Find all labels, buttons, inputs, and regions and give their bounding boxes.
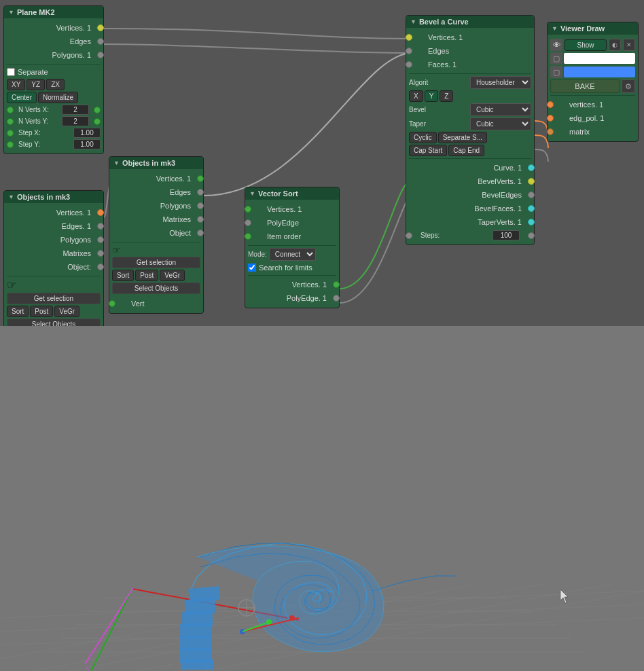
vd-vertices-socket[interactable] bbox=[547, 101, 554, 108]
search-limits-label: Search for limits bbox=[259, 264, 312, 272]
step-y-val[interactable]: 1.00 bbox=[73, 139, 101, 149]
vd-vertices-row: vertices. 1 bbox=[550, 98, 635, 111]
algorithm-row: Algorit Householder bbox=[409, 76, 531, 89]
mode-dropdown[interactable]: Connect Distance bbox=[269, 248, 316, 261]
bc-vertices-socket[interactable] bbox=[406, 34, 412, 41]
nverts-x-socket-r[interactable] bbox=[94, 107, 101, 113]
select-objects-btn-small[interactable]: Select Objects bbox=[7, 319, 101, 326]
blue-color-bar[interactable] bbox=[564, 67, 635, 77]
vertices-socket[interactable] bbox=[97, 24, 104, 31]
s-vertices-socket[interactable] bbox=[97, 209, 104, 216]
bevel-curve-header: ▼ Bevel a Curve bbox=[406, 16, 534, 28]
vertices-socket-row: Vertices. 1 bbox=[7, 21, 101, 35]
vs-itemorder-socket[interactable] bbox=[245, 233, 251, 240]
bc-bedges-socket[interactable] bbox=[528, 192, 535, 198]
s-object-socket[interactable] bbox=[97, 264, 104, 270]
search-limits-checkbox[interactable] bbox=[248, 264, 256, 272]
nverts-x-val[interactable]: 2 bbox=[62, 105, 89, 115]
step-y-socket[interactable] bbox=[7, 141, 14, 148]
algorithm-dropdown[interactable]: Householder bbox=[470, 76, 531, 89]
s-edges-socket[interactable] bbox=[97, 223, 104, 230]
bevel-dropdown[interactable]: Cubic bbox=[470, 103, 531, 116]
step-x-socket[interactable] bbox=[7, 130, 14, 137]
steps-val[interactable]: 100 bbox=[493, 230, 520, 240]
select-objects-btn-large[interactable]: Select Objects bbox=[112, 283, 200, 294]
hand-icon: ☞ bbox=[7, 278, 16, 291]
steps-socket[interactable] bbox=[406, 232, 412, 239]
show-row: 👁 Show ◐ ✕ bbox=[550, 39, 635, 51]
zx-btn[interactable]: ZX bbox=[46, 79, 65, 90]
nverts-x-socket[interactable] bbox=[7, 107, 14, 113]
separate-s-btn[interactable]: Separate S... bbox=[438, 132, 487, 143]
plane-mk2-header: ▼ Plane MK2 bbox=[4, 6, 103, 18]
get-selection-btn-small[interactable]: Get selection bbox=[7, 293, 101, 304]
collapse-triangle-6[interactable]: ▼ bbox=[552, 25, 558, 32]
polygons-socket[interactable] bbox=[97, 52, 104, 58]
s-vertices-row: Vertices. 1 bbox=[7, 206, 101, 219]
get-selection-btn-large[interactable]: Get selection bbox=[112, 257, 200, 268]
nverts-y-val[interactable]: 2 bbox=[62, 116, 89, 126]
vs-out-polyedge-socket[interactable] bbox=[333, 295, 340, 302]
collapse-triangle-5[interactable]: ▼ bbox=[410, 18, 416, 25]
show-btn[interactable]: Show bbox=[565, 39, 607, 51]
viewer-draw-title: Viewer Draw bbox=[560, 24, 605, 33]
l-matrixes-socket[interactable] bbox=[197, 216, 204, 223]
bc-curve-socket[interactable] bbox=[528, 164, 535, 171]
bc-edges-socket[interactable] bbox=[406, 48, 412, 54]
center-btn[interactable]: Center bbox=[7, 92, 37, 103]
steps-socket-r[interactable] bbox=[528, 232, 535, 239]
collapse-triangle-2[interactable]: ▼ bbox=[8, 194, 14, 200]
vs-polyedge-socket[interactable] bbox=[245, 219, 251, 226]
nverts-y-socket[interactable] bbox=[7, 118, 14, 125]
white-color-bar[interactable] bbox=[564, 53, 635, 64]
bc-z-btn[interactable]: Z bbox=[440, 90, 453, 102]
separate-checkbox[interactable] bbox=[7, 68, 15, 76]
collapse-triangle-3[interactable]: ▼ bbox=[113, 160, 120, 166]
l-object-socket[interactable] bbox=[197, 230, 204, 236]
bc-vertices-row: Vertices. 1 bbox=[409, 31, 531, 44]
s-matrixes-socket[interactable] bbox=[97, 250, 104, 257]
yz-btn[interactable]: YZ bbox=[26, 79, 45, 90]
vs-out-vertices-socket[interactable] bbox=[333, 281, 340, 288]
sort-btn-small[interactable]: Sort bbox=[7, 306, 29, 317]
edges-socket[interactable] bbox=[97, 38, 104, 45]
xy-btn[interactable]: XY bbox=[7, 79, 25, 90]
vd-matrix-socket[interactable] bbox=[547, 128, 554, 135]
l-edges-socket[interactable] bbox=[197, 189, 204, 196]
bc-tverts-socket[interactable] bbox=[528, 219, 535, 225]
post-btn-small[interactable]: Post bbox=[30, 306, 53, 317]
vegr-btn-small[interactable]: VeGr bbox=[54, 306, 79, 317]
vd-edgpol-socket[interactable] bbox=[547, 115, 554, 122]
sort-btn-large[interactable]: Sort bbox=[112, 270, 134, 281]
step-x-val[interactable]: 1.00 bbox=[73, 128, 101, 138]
cap-end-btn[interactable]: Cap End bbox=[448, 145, 484, 156]
bake-btn[interactable]: BAKE bbox=[550, 79, 620, 93]
bevel-curve-panel: ▼ Bevel a Curve Vertices. 1 Edges Faces.… bbox=[406, 15, 535, 245]
hand-row: ☞ bbox=[7, 278, 101, 291]
s-polygons-socket[interactable] bbox=[97, 236, 104, 243]
gear-btn[interactable]: ⚙ bbox=[622, 79, 635, 93]
cyclic-btn[interactable]: Cyclic bbox=[409, 132, 437, 143]
bc-y-btn[interactable]: Y bbox=[425, 90, 439, 102]
vs-vertices-socket[interactable] bbox=[245, 206, 251, 213]
vegr-btn-large[interactable]: VeGr bbox=[160, 270, 185, 281]
l-polygons-socket[interactable] bbox=[197, 202, 204, 209]
cap-start-btn[interactable]: Cap Start bbox=[409, 145, 447, 156]
post-btn-large[interactable]: Post bbox=[135, 270, 158, 281]
vert-socket[interactable] bbox=[109, 300, 115, 307]
bevel-label: Bevel bbox=[409, 106, 468, 113]
eye-icon[interactable]: 👁 bbox=[550, 39, 562, 51]
bc-faces-socket[interactable] bbox=[406, 61, 412, 68]
bc-bfaces-socket[interactable] bbox=[528, 205, 535, 212]
nverts-y-socket-r[interactable] bbox=[94, 118, 101, 125]
l-vertices-socket[interactable] bbox=[197, 175, 204, 182]
taper-dropdown[interactable]: Cubic bbox=[470, 117, 531, 130]
l-matrixes-row: Matrixes bbox=[112, 213, 200, 226]
normalize-btn[interactable]: Normalize bbox=[38, 92, 78, 103]
bc-x-btn[interactable]: X bbox=[409, 90, 423, 102]
collapse-triangle-4[interactable]: ▼ bbox=[249, 190, 255, 197]
vd-icon-btn2[interactable]: ✕ bbox=[623, 39, 635, 51]
collapse-triangle[interactable]: ▼ bbox=[8, 9, 14, 16]
vd-icon-btn1[interactable]: ◐ bbox=[609, 39, 621, 51]
bc-bverts-socket[interactable] bbox=[528, 178, 535, 185]
